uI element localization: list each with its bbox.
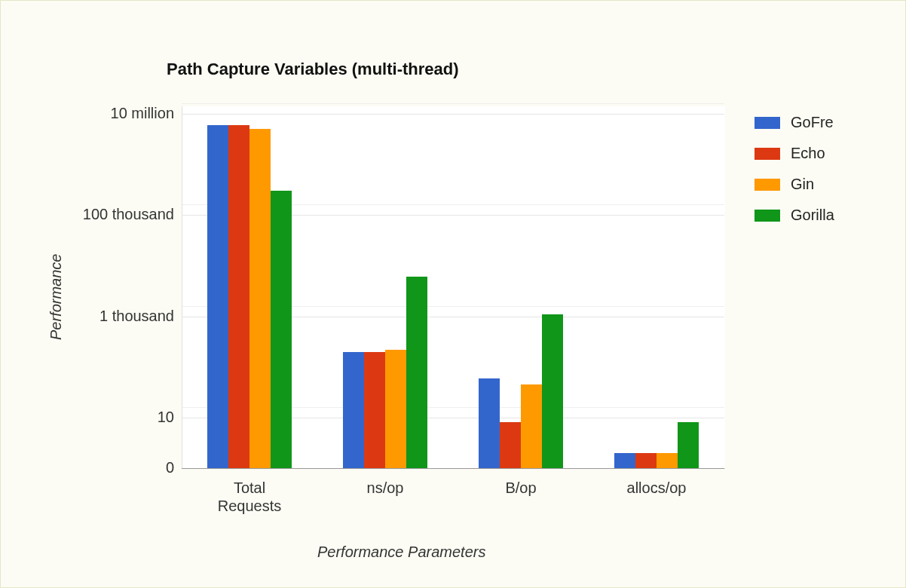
bar (271, 191, 292, 468)
legend-label: Echo (791, 145, 825, 162)
legend-label: GoFre (791, 114, 834, 131)
bar (657, 453, 678, 468)
bar (249, 129, 271, 468)
bar (406, 277, 427, 468)
y-tick-label: 0 (61, 459, 174, 476)
y-tick-label: 100 thousand (61, 206, 174, 223)
legend-item: GoFre (754, 114, 834, 131)
bar (479, 378, 500, 468)
bar (521, 384, 542, 468)
bar (614, 453, 635, 468)
y-tick-label: 10 million (61, 105, 174, 122)
x-tick-label: B/op (461, 479, 581, 497)
bar (385, 350, 406, 468)
gridline-minor (182, 103, 724, 104)
legend-swatch (754, 148, 780, 160)
bar (207, 125, 228, 468)
y-tick-label: 10 (61, 409, 174, 426)
bar (678, 422, 699, 468)
y-tick-label: 1 thousand (61, 308, 174, 325)
x-tick-label: ns/op (325, 479, 445, 497)
bar (500, 422, 521, 468)
legend-swatch (754, 179, 780, 191)
legend-swatch (754, 117, 780, 129)
x-tick-label: allocs/op (596, 479, 717, 497)
bar (364, 352, 385, 468)
legend-item: Gorilla (754, 207, 834, 224)
bar (635, 453, 657, 468)
legend-item: Echo (754, 145, 834, 162)
x-tick-label: TotalRequests (189, 479, 310, 515)
x-axis-label: Performance Parameters (317, 544, 485, 561)
legend-label: Gin (791, 176, 814, 193)
legend-item: Gin (754, 176, 834, 193)
x-axis-baseline (182, 468, 724, 469)
y-axis-label: Performance (47, 254, 65, 341)
gridline (182, 114, 724, 115)
chart-title: Path Capture Variables (multi-thread) (167, 60, 459, 79)
legend-label: Gorilla (791, 207, 834, 224)
legend-swatch (754, 210, 780, 222)
chart-frame: Path Capture Variables (multi-thread) 01… (0, 0, 906, 588)
bar (228, 125, 249, 468)
bar (343, 352, 364, 468)
legend: GoFreEchoGinGorilla (754, 114, 834, 237)
bar (542, 314, 563, 468)
